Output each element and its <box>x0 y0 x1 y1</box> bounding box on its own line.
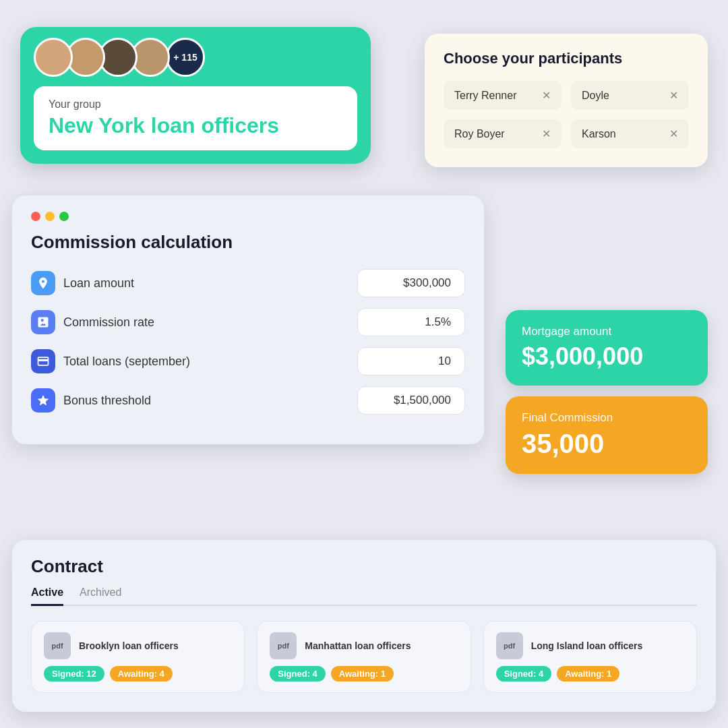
pdf-icon-1: pdf <box>270 632 297 659</box>
field-value-2[interactable]: 10 <box>357 347 465 375</box>
awaiting-badge-2: Awaiting: 1 <box>557 666 619 681</box>
avatar-1 <box>34 38 73 77</box>
contract-item-header-2: pdf Long Island loan officers <box>496 632 684 659</box>
remove-participant-0[interactable]: ✕ <box>542 89 551 102</box>
signed-badge-1: Signed: 4 <box>270 666 326 681</box>
calc-label-2: Total loans (september) <box>31 349 190 373</box>
participant-tag-1[interactable]: Doyle ✕ <box>571 81 689 110</box>
signed-badge-0: Signed: 12 <box>44 666 104 681</box>
mortgage-label: Mortgage amount <box>522 325 692 338</box>
contract-item-header-1: pdf Manhattan loan officers <box>270 632 458 659</box>
pdf-icon-0: pdf <box>44 632 71 659</box>
group-card: + 115 Your group New York loan officers <box>20 27 371 164</box>
group-inner: Your group New York loan officers <box>34 86 357 150</box>
contract-badges-0: Signed: 12 Awaiting: 4 <box>44 666 232 681</box>
participant-tag-0[interactable]: Terry Renner ✕ <box>444 81 562 110</box>
dot-green[interactable] <box>59 212 69 221</box>
percent-icon <box>31 310 55 334</box>
contract-title: Contract <box>31 556 697 577</box>
window-dots <box>31 212 465 221</box>
calc-row-1: Commission rate 1.5% <box>31 308 465 336</box>
field-label-0: Loan amount <box>63 276 134 291</box>
field-value-3[interactable]: $1,500,000 <box>357 386 465 415</box>
participant-name-2: Roy Boyer <box>454 128 505 140</box>
remove-participant-1[interactable]: ✕ <box>669 89 678 102</box>
group-label: Your group <box>49 98 342 111</box>
contract-item-0[interactable]: pdf Brooklyn loan officers Signed: 12 Aw… <box>31 621 245 693</box>
commission-result-value: 35,000 <box>522 429 692 459</box>
participant-tag-3[interactable]: Karson ✕ <box>571 119 689 148</box>
commission-panel: Commission calculation Loan amount $300,… <box>12 195 484 444</box>
contract-panel: Contract Active Archived pdf Brooklyn lo… <box>12 540 716 712</box>
calc-label-3: Bonus threshold <box>31 388 151 413</box>
participant-tag-2[interactable]: Roy Boyer ✕ <box>444 119 562 148</box>
field-label-2: Total loans (september) <box>63 355 190 369</box>
card-icon <box>31 349 55 373</box>
pdf-icon-2: pdf <box>496 632 523 659</box>
commission-result-label: Final Commission <box>522 411 692 425</box>
calc-row-0: Loan amount $300,000 <box>31 269 465 297</box>
field-value-1[interactable]: 1.5% <box>357 308 465 336</box>
remove-participant-3[interactable]: ✕ <box>669 127 678 140</box>
field-value-0[interactable]: $300,000 <box>357 269 465 297</box>
dot-red[interactable] <box>31 212 40 221</box>
results-panel: Mortgage amount $3,000,000 Final Commiss… <box>506 310 708 474</box>
awaiting-badge-0: Awaiting: 4 <box>110 666 173 681</box>
calc-row-2: Total loans (september) 10 <box>31 347 465 375</box>
contract-item-2[interactable]: pdf Long Island loan officers Signed: 4 … <box>483 621 697 693</box>
avatar-row: + 115 <box>34 38 357 77</box>
tab-active[interactable]: Active <box>31 586 63 606</box>
contract-badges-1: Signed: 4 Awaiting: 1 <box>270 666 458 681</box>
contract-name-2: Long Island loan officers <box>531 640 643 651</box>
participant-name-1: Doyle <box>582 90 609 102</box>
field-label-1: Commission rate <box>63 315 154 330</box>
commission-result-card: Final Commission 35,000 <box>506 396 708 474</box>
participants-title: Choose your participants <box>444 50 689 67</box>
contract-list: pdf Brooklyn loan officers Signed: 12 Aw… <box>31 621 697 693</box>
participant-name-0: Terry Renner <box>454 90 516 102</box>
mortgage-value: $3,000,000 <box>522 342 692 371</box>
awaiting-badge-1: Awaiting: 1 <box>331 666 394 681</box>
calc-row-3: Bonus threshold $1,500,000 <box>31 386 465 415</box>
calc-label-0: Loan amount <box>31 271 134 295</box>
tab-archived[interactable]: Archived <box>80 586 121 605</box>
participant-grid: Terry Renner ✕ Doyle ✕ Roy Boyer ✕ Karso… <box>444 81 689 148</box>
field-label-3: Bonus threshold <box>63 394 151 408</box>
contract-name-0: Brooklyn loan officers <box>79 640 179 651</box>
contract-tabs: Active Archived <box>31 586 697 606</box>
group-name: New York loan officers <box>49 113 342 138</box>
contract-item-header-0: pdf Brooklyn loan officers <box>44 632 232 659</box>
contract-item-1[interactable]: pdf Manhattan loan officers Signed: 4 Aw… <box>257 621 471 693</box>
star-icon <box>31 388 55 413</box>
participant-name-3: Karson <box>582 128 616 140</box>
mortgage-card: Mortgage amount $3,000,000 <box>506 310 708 386</box>
avatar-count: + 115 <box>166 38 205 77</box>
dot-yellow[interactable] <box>45 212 55 221</box>
signed-badge-2: Signed: 4 <box>496 666 552 681</box>
loan-icon <box>31 271 55 295</box>
calc-label-1: Commission rate <box>31 310 154 334</box>
commission-title: Commission calculation <box>31 232 465 253</box>
contract-name-1: Manhattan loan officers <box>305 640 411 651</box>
remove-participant-2[interactable]: ✕ <box>542 127 551 140</box>
participants-card: Choose your participants Terry Renner ✕ … <box>425 34 708 167</box>
contract-badges-2: Signed: 4 Awaiting: 1 <box>496 666 684 681</box>
